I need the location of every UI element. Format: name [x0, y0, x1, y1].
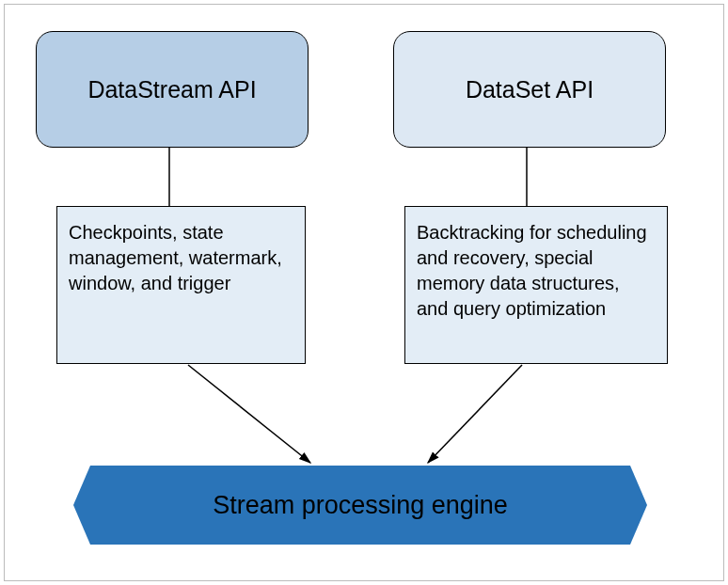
datastream-desc-box: Checkpoints, state management, watermark…: [56, 206, 306, 364]
dataset-desc-box: Backtracking for scheduling and recovery…: [404, 206, 668, 364]
datastream-api-box: DataStream API: [36, 31, 309, 148]
dataset-api-box: DataSet API: [393, 31, 666, 148]
engine-box: Stream processing engine: [73, 466, 647, 545]
